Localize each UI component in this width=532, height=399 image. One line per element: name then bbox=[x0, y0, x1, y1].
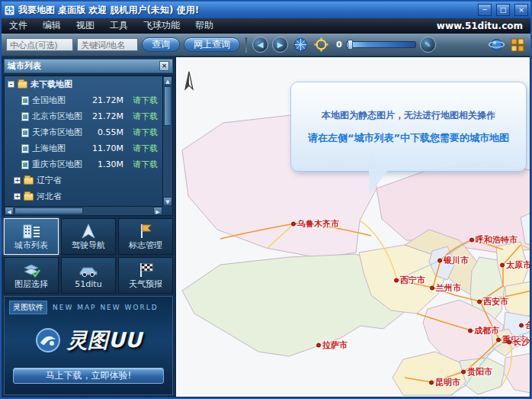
tree-item[interactable]: 上海地图 11.70M 请下载 bbox=[5, 140, 162, 156]
map-view[interactable]: 乌鲁木齐市呼和浩特市银川市太原市西宁市兰州市西安市拉萨市成都市重庆市合肥市长沙市… bbox=[175, 56, 530, 397]
layout-button[interactable] bbox=[509, 37, 526, 53]
map-file-icon bbox=[21, 96, 29, 105]
sidebar: 城市列表 × - 未下载地图 全国地图 21.72M 请下载 bbox=[2, 56, 175, 397]
scroll-right-icon[interactable]: ▶ bbox=[153, 207, 162, 215]
download-link[interactable]: 请下载 bbox=[133, 127, 158, 138]
menubar: 文件 编辑 视图 工具 飞球功能 帮助 www.51ditu.com bbox=[2, 18, 530, 34]
menu-help[interactable]: 帮助 bbox=[195, 19, 213, 32]
panel-close-button[interactable]: × bbox=[159, 61, 169, 71]
horizontal-scrollbar[interactable]: ◀ ▶ bbox=[5, 206, 162, 215]
tool-label: 51ditu bbox=[75, 280, 101, 289]
city-dot-icon bbox=[468, 328, 473, 333]
forward-button[interactable]: ▶ bbox=[272, 37, 288, 53]
menu-view[interactable]: 视图 bbox=[76, 19, 95, 32]
city-label: 拉萨市 bbox=[322, 339, 348, 351]
tool-51ditu[interactable]: 51ditu bbox=[61, 257, 116, 294]
scroll-up-icon[interactable]: ▲ bbox=[163, 76, 172, 85]
tree-item-label: 上海地图 bbox=[32, 143, 66, 154]
minimize-button[interactable]: ─ bbox=[478, 4, 492, 16]
download-link[interactable]: 请下载 bbox=[133, 143, 158, 154]
locate-button[interactable] bbox=[312, 37, 329, 53]
measure-button[interactable]: ✎ bbox=[420, 37, 436, 53]
zoom-slider[interactable] bbox=[346, 41, 416, 48]
city-marker: 拉萨市 bbox=[316, 339, 348, 351]
maximize-button[interactable]: □ bbox=[496, 4, 510, 16]
download-link[interactable]: 请下载 bbox=[133, 159, 158, 170]
keyword-input[interactable] bbox=[77, 38, 138, 51]
car-icon bbox=[79, 262, 98, 278]
expand-icon[interactable]: + bbox=[14, 193, 21, 200]
app-window: 我要地图 桌面版 欢迎 脱机用户(未知) 使用! ─ □ × 文件 编辑 视图 … bbox=[0, 0, 532, 399]
map-file-icon bbox=[21, 112, 29, 121]
map-file-icon bbox=[21, 128, 29, 137]
tool-grid: 城市列表 驾驶导航 标志管理 bbox=[4, 218, 173, 294]
checkered-flag-icon bbox=[136, 262, 155, 278]
city-dot-icon bbox=[291, 221, 296, 226]
vertical-scrollbar[interactable]: ▲ ▼ bbox=[162, 76, 172, 206]
province-label: 河北省 bbox=[37, 191, 62, 202]
menu-flyball[interactable]: 飞球功能 bbox=[143, 19, 180, 32]
menu-edit[interactable]: 编辑 bbox=[43, 19, 61, 32]
notice-bubble: 本地图为静态图片，无法进行地图相关操作 请在左侧“城市列表”中下载您需要的城市地… bbox=[290, 82, 527, 172]
tree-item[interactable]: 北京市区地图 21.72M 请下载 bbox=[5, 108, 162, 124]
scroll-down-icon[interactable]: ▼ bbox=[163, 197, 172, 206]
tree-item-size: 21.72M bbox=[92, 111, 123, 121]
city-label: 呼和浩特市 bbox=[476, 234, 518, 246]
city-label: 西宁市 bbox=[400, 275, 425, 286]
city-marker: 成都市 bbox=[468, 325, 499, 336]
city-marker: 太原市 bbox=[500, 259, 530, 271]
notice-bubble-tail bbox=[369, 169, 389, 195]
city-dot-icon bbox=[316, 343, 321, 347]
layers-icon bbox=[21, 262, 41, 278]
city-marker: 昆明市 bbox=[429, 377, 460, 388]
fly-ball-icon bbox=[489, 37, 505, 53]
tool-layers[interactable]: 图层选择 bbox=[4, 257, 59, 294]
download-link[interactable]: 请下载 bbox=[133, 95, 158, 106]
tree-item-size: 0.55M bbox=[98, 127, 123, 137]
city-dot-icon bbox=[477, 299, 482, 304]
tool-weather[interactable]: 天气预报 bbox=[118, 257, 173, 294]
vscroll-thumb[interactable] bbox=[164, 86, 171, 126]
download-link[interactable]: 请下载 bbox=[133, 111, 158, 122]
main-area: 城市列表 × - 未下载地图 全国地图 21.72M 请下载 bbox=[2, 56, 530, 397]
navigation-arrow-icon bbox=[79, 223, 98, 240]
tool-marker-manage[interactable]: 标志管理 bbox=[118, 218, 173, 255]
online-search-button[interactable]: 网上查询 bbox=[184, 37, 240, 52]
map-file-icon bbox=[21, 160, 29, 169]
tree-item[interactable]: 全国地图 21.72M 请下载 bbox=[5, 92, 162, 108]
fly-ball-button[interactable] bbox=[488, 37, 505, 53]
panel-title: 城市列表 bbox=[8, 60, 41, 72]
tree-province[interactable]: + 河北省 bbox=[5, 188, 162, 204]
logo-row: 灵图UU bbox=[35, 327, 142, 354]
tool-navigation[interactable]: 驾驶导航 bbox=[61, 218, 116, 255]
globe-button[interactable] bbox=[292, 37, 309, 53]
expand-icon[interactable]: + bbox=[14, 177, 21, 184]
close-button[interactable]: × bbox=[514, 4, 528, 16]
city-marker: 贵阳市 bbox=[461, 366, 492, 378]
zoom-slider-handle[interactable] bbox=[348, 40, 353, 50]
back-button[interactable]: ◀ bbox=[252, 37, 268, 53]
tree-root[interactable]: - 未下载地图 bbox=[5, 76, 162, 92]
tree-item-label: 北京市区地图 bbox=[32, 111, 82, 122]
city-label: 西安市 bbox=[483, 296, 508, 307]
center-point-input[interactable] bbox=[6, 38, 73, 51]
city-dot-icon bbox=[500, 262, 505, 267]
tool-city-list[interactable]: 城市列表 bbox=[4, 218, 59, 255]
website-label: www.51ditu.com bbox=[437, 21, 523, 31]
city-marker: 银川市 bbox=[437, 255, 469, 266]
tree-item-size: 11.70M bbox=[92, 143, 123, 153]
city-dot-icon bbox=[437, 258, 442, 262]
city-label: 兰州市 bbox=[436, 282, 461, 294]
city-label: 贵阳市 bbox=[467, 366, 492, 378]
hscroll-thumb[interactable] bbox=[14, 208, 83, 214]
tree-item[interactable]: 天津市区地图 0.55M 请下载 bbox=[5, 124, 162, 140]
search-button[interactable]: 查询 bbox=[142, 37, 180, 52]
tree-province[interactable]: + 辽宁省 bbox=[5, 172, 162, 188]
scroll-left-icon[interactable]: ◀ bbox=[5, 207, 14, 215]
download-now-button[interactable]: 马上下载，立即体验! bbox=[13, 368, 164, 384]
menu-file[interactable]: 文件 bbox=[9, 19, 27, 32]
zoom-level-label: 0 bbox=[336, 40, 342, 50]
tree-item[interactable]: 重庆市区地图 1.30M 请下载 bbox=[5, 156, 162, 172]
collapse-icon[interactable]: - bbox=[8, 81, 14, 88]
menu-tools[interactable]: 工具 bbox=[110, 19, 128, 32]
